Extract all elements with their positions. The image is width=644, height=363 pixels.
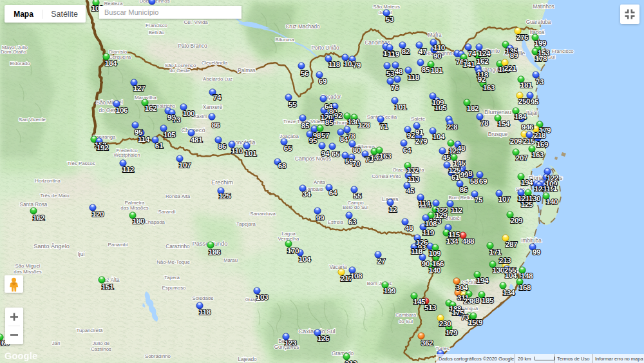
svg-text:Itajaí: Itajaí xyxy=(526,110,538,116)
svg-text:488: 488 xyxy=(462,237,475,245)
svg-text:Salete: Salete xyxy=(411,116,425,122)
svg-text:48: 48 xyxy=(395,67,403,75)
svg-text:112: 112 xyxy=(451,206,463,214)
svg-text:182: 182 xyxy=(467,104,479,112)
svg-text:Tapera: Tapera xyxy=(164,275,180,280)
svg-text:85: 85 xyxy=(301,121,310,130)
svg-text:126: 126 xyxy=(317,334,330,342)
svg-text:215: 215 xyxy=(523,137,535,145)
svg-text:San Vicente: San Vicente xyxy=(19,117,46,123)
svg-text:64: 64 xyxy=(403,146,412,154)
svg-text:Estrela: Estrela xyxy=(328,219,344,225)
svg-text:57: 57 xyxy=(321,131,329,139)
svg-text:75: 75 xyxy=(475,195,483,204)
svg-text:304: 304 xyxy=(456,283,468,291)
svg-text:118: 118 xyxy=(199,308,211,316)
svg-text:8: 8 xyxy=(475,296,480,304)
svg-text:Gramado: Gramado xyxy=(332,351,354,357)
svg-text:110: 110 xyxy=(231,146,243,155)
svg-text:Espumoso: Espumoso xyxy=(162,285,187,291)
svg-text:120: 120 xyxy=(92,210,104,218)
svg-text:53: 53 xyxy=(386,15,394,23)
svg-text:140: 140 xyxy=(546,197,558,206)
svg-text:199: 199 xyxy=(535,39,547,47)
svg-text:Carazinho: Carazinho xyxy=(166,244,190,250)
svg-text:São Mateus: São Mateus xyxy=(373,4,400,10)
svg-text:130: 130 xyxy=(493,266,505,274)
svg-text:Horizontina: Horizontina xyxy=(35,178,61,184)
svg-text:Júlio de: Júlio de xyxy=(93,340,110,346)
svg-text:76: 76 xyxy=(391,83,399,92)
svg-text:128: 128 xyxy=(358,121,370,129)
svg-text:107: 107 xyxy=(179,161,191,169)
svg-text:180: 180 xyxy=(133,217,145,225)
svg-text:55: 55 xyxy=(354,191,362,200)
svg-text:163: 163 xyxy=(532,150,544,159)
svg-text:Dom Otaño: Dom Otaño xyxy=(1,49,27,55)
svg-text:101: 101 xyxy=(245,149,257,157)
svg-text:Guaratuba: Guaratuba xyxy=(526,19,551,25)
svg-text:92: 92 xyxy=(478,75,486,83)
svg-text:Sananduva: Sananduva xyxy=(250,211,276,217)
svg-text:Erechim: Erechim xyxy=(211,179,233,186)
svg-text:48: 48 xyxy=(457,144,466,152)
svg-text:134: 134 xyxy=(446,237,459,245)
svg-text:58: 58 xyxy=(470,177,478,185)
svg-text:47: 47 xyxy=(419,47,426,55)
svg-text:Ronda Alta: Ronda Alta xyxy=(166,193,191,199)
svg-text:113: 113 xyxy=(408,175,420,183)
svg-text:Urubici: Urubici xyxy=(445,215,461,221)
svg-text:151: 151 xyxy=(102,282,114,291)
svg-text:213: 213 xyxy=(499,256,511,264)
svg-text:118: 118 xyxy=(408,73,420,81)
svg-text:108: 108 xyxy=(425,219,437,228)
svg-text:9: 9 xyxy=(478,318,483,326)
svg-text:82: 82 xyxy=(402,47,410,55)
svg-text:86: 86 xyxy=(460,185,468,193)
svg-text:69: 69 xyxy=(479,177,488,185)
svg-text:Não-Me-Toque: Não-Me-Toque xyxy=(156,259,190,265)
svg-text:118: 118 xyxy=(328,60,341,68)
svg-text:27: 27 xyxy=(377,257,385,265)
svg-text:171: 171 xyxy=(489,248,502,256)
svg-text:194: 194 xyxy=(521,178,533,186)
svg-text:8: 8 xyxy=(453,123,458,131)
svg-text:73: 73 xyxy=(173,115,181,124)
svg-text:Cambará: Cambará xyxy=(395,312,417,318)
svg-text:184: 184 xyxy=(105,59,117,67)
svg-text:Abelardo Luz: Abelardo Luz xyxy=(203,76,232,82)
svg-text:209: 209 xyxy=(511,216,523,224)
svg-text:Vacaria: Vacaria xyxy=(329,264,347,270)
svg-text:Matinhos: Matinhos xyxy=(533,4,554,10)
svg-text:104: 104 xyxy=(433,132,445,141)
svg-text:181: 181 xyxy=(431,66,443,74)
svg-text:do Oeste: do Oeste xyxy=(169,68,190,74)
svg-text:Westphalen: Westphalen xyxy=(113,152,140,158)
svg-text:Correia Pinto: Correia Pinto xyxy=(372,173,401,179)
svg-text:178: 178 xyxy=(535,54,547,63)
svg-text:69: 69 xyxy=(319,77,327,85)
svg-text:Panambi: Panambi xyxy=(108,242,128,248)
svg-text:100: 100 xyxy=(183,109,195,117)
svg-text:127: 127 xyxy=(133,84,146,92)
svg-text:Beltrão: Beltrão xyxy=(149,30,165,35)
svg-text:Belo do Sul: Belo do Sul xyxy=(343,204,368,210)
svg-text:163: 163 xyxy=(483,83,495,92)
svg-text:Anita: Anita xyxy=(314,179,325,185)
svg-text:61: 61 xyxy=(451,173,460,181)
svg-text:Ijuí: Ijuí xyxy=(78,251,86,257)
svg-text:Castilhos: Castilhos xyxy=(91,346,111,352)
svg-text:Soledade: Soledade xyxy=(193,295,214,301)
svg-text:85: 85 xyxy=(422,65,430,74)
svg-text:64: 64 xyxy=(329,188,337,197)
svg-text:56: 56 xyxy=(301,69,309,77)
svg-text:Blumenau: Blumenau xyxy=(484,109,511,115)
svg-text:362: 362 xyxy=(421,338,433,347)
svg-text:123: 123 xyxy=(285,338,297,347)
svg-text:125: 125 xyxy=(521,200,533,208)
svg-text:Palmas: Palmas xyxy=(238,68,255,74)
svg-text:513: 513 xyxy=(424,303,437,311)
svg-text:192: 192 xyxy=(97,143,109,152)
svg-text:Sarandi: Sarandi xyxy=(158,209,176,215)
svg-text:213: 213 xyxy=(345,359,357,363)
